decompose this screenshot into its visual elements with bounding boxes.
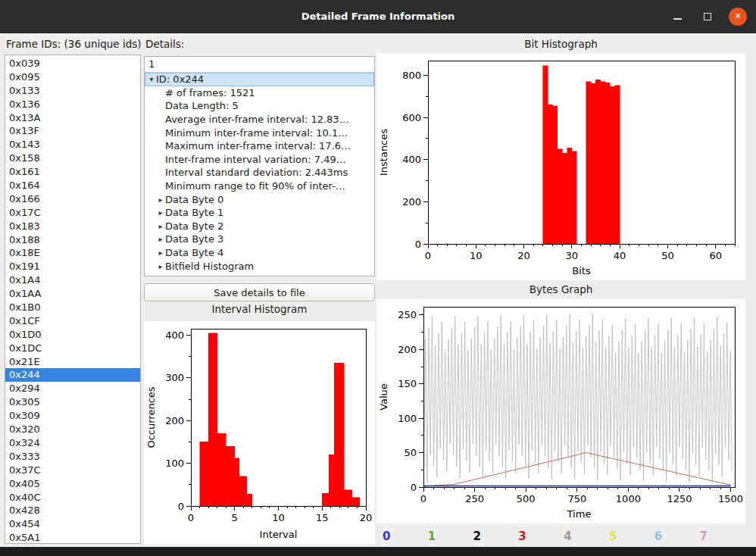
list-item[interactable]: 0x183 bbox=[5, 220, 140, 233]
list-item[interactable]: 0x13F bbox=[5, 124, 140, 138]
list-item[interactable]: 0x1D0 bbox=[5, 328, 140, 342]
tree-item-stat[interactable]: Inter-frame interval variation: 7.49… bbox=[145, 153, 374, 167]
tree-item-expandable[interactable]: ▸Data Byte 4 bbox=[145, 246, 374, 260]
collapsed-arrow-icon[interactable]: ▸ bbox=[156, 248, 165, 257]
collapsed-arrow-icon[interactable]: ▸ bbox=[156, 195, 165, 204]
list-item[interactable]: 0x320 bbox=[5, 423, 140, 436]
collapsed-arrow-icon[interactable]: ▸ bbox=[156, 208, 165, 217]
list-item[interactable]: 0x188 bbox=[5, 233, 140, 247]
tree-item-expandable[interactable]: ▸Bitfield Histogram bbox=[145, 259, 374, 273]
list-item[interactable]: 0x136 bbox=[5, 98, 140, 111]
svg-text:100: 100 bbox=[398, 413, 417, 424]
minimize-button[interactable] bbox=[668, 8, 686, 26]
expanded-arrow-icon[interactable]: ▾ bbox=[147, 75, 156, 83]
tree-item-expandable[interactable]: ▸Data Byte 1 bbox=[145, 206, 374, 220]
svg-text:0: 0 bbox=[411, 482, 417, 493]
tree-item-stat[interactable]: Minimum inter-frame interval: 10.1… bbox=[145, 126, 374, 139]
collapsed-arrow-icon[interactable]: ▸ bbox=[156, 262, 165, 270]
tree-item-stat[interactable]: # of frames: 1521 bbox=[145, 86, 374, 100]
list-item[interactable]: 0x17C bbox=[5, 206, 140, 220]
svg-text:Time: Time bbox=[567, 508, 592, 520]
tree-item-expandable[interactable]: ▸Data Byte 0 bbox=[145, 192, 374, 206]
list-item[interactable]: 0x1A4 bbox=[5, 273, 140, 287]
byte-legend-item: 4 bbox=[564, 529, 571, 543]
svg-text:1000: 1000 bbox=[616, 493, 641, 504]
list-item[interactable]: 0x428 bbox=[5, 504, 140, 517]
list-item[interactable]: 0x191 bbox=[5, 260, 140, 273]
list-item[interactable]: 0x143 bbox=[5, 138, 140, 151]
tree-item-stat[interactable]: Average inter-frame interval: 12.83… bbox=[145, 113, 374, 127]
list-item[interactable]: 0x13A bbox=[5, 111, 140, 125]
tree-item-stat[interactable]: Maximum inter-frame interval: 17.6… bbox=[145, 139, 374, 153]
svg-text:500: 500 bbox=[517, 493, 536, 504]
tree-item-expandable[interactable]: ▸Data Byte 2 bbox=[145, 220, 374, 233]
details-tree[interactable]: 1 ▾ID: 0x244# of frames: 1521Data Length… bbox=[144, 56, 375, 276]
tree-item-expandable[interactable]: ▸Data Byte 3 bbox=[145, 233, 374, 246]
titlebar[interactable]: Detailed Frame Information ✕ bbox=[0, 0, 756, 33]
maximize-button[interactable] bbox=[698, 8, 717, 26]
window-controls: ✕ bbox=[668, 0, 747, 33]
svg-text:5: 5 bbox=[232, 512, 238, 523]
byte-legend-item: 7 bbox=[699, 529, 707, 543]
byte-legend-item: 2 bbox=[473, 529, 481, 543]
svg-text:60: 60 bbox=[709, 250, 722, 261]
list-item[interactable]: 0x333 bbox=[5, 450, 140, 464]
tree-item-stat[interactable]: Data Length: 5 bbox=[145, 99, 374, 113]
bit-histograph-chart[interactable]: 01020304050600200400600800BitsInstances bbox=[376, 53, 745, 280]
list-item[interactable]: 0x1DC bbox=[5, 342, 140, 355]
byte-legend-item: 6 bbox=[654, 529, 662, 543]
list-item[interactable]: 0x5A1 bbox=[5, 531, 140, 544]
list-item[interactable]: 0x37C bbox=[5, 464, 140, 477]
interval-histogram-chart[interactable]: 051015200100200300400IntervalOccurrences bbox=[144, 321, 375, 544]
svg-text:200: 200 bbox=[398, 344, 417, 355]
list-item[interactable]: 0x161 bbox=[5, 165, 140, 179]
svg-text:10: 10 bbox=[272, 512, 285, 523]
list-item[interactable]: 0x095 bbox=[5, 70, 140, 84]
list-item[interactable]: 0x18E bbox=[5, 246, 140, 260]
list-item[interactable]: 0x21E bbox=[5, 355, 140, 369]
svg-text:0: 0 bbox=[415, 239, 421, 250]
tree-item-label: Maximum inter-frame interval: 17.6… bbox=[165, 140, 351, 151]
tree-item-stat[interactable]: Interval standard deviation: 2.443ms bbox=[145, 166, 374, 180]
list-item[interactable]: 0x133 bbox=[5, 84, 140, 98]
tree-item-stat[interactable]: Minimum range to fit 90% of inter-… bbox=[145, 180, 374, 193]
svg-text:200: 200 bbox=[402, 196, 421, 208]
list-item[interactable]: 0x309 bbox=[5, 409, 140, 423]
details-tree-header[interactable]: 1 bbox=[145, 57, 374, 73]
svg-text:400: 400 bbox=[165, 330, 184, 341]
frame-id-list[interactable]: 0x0390x0950x1330x1360x13A0x13F0x1430x158… bbox=[5, 55, 141, 544]
svg-text:250: 250 bbox=[465, 493, 484, 504]
main-content: Frame IDs: (36 unique ids) 0x0390x0950x1… bbox=[0, 33, 756, 547]
list-item[interactable]: 0x1B0 bbox=[5, 301, 140, 314]
list-item[interactable]: 0x294 bbox=[5, 382, 140, 395]
tree-item-root[interactable]: ▾ID: 0x244 bbox=[145, 73, 374, 86]
list-item[interactable]: 0x305 bbox=[5, 395, 140, 409]
close-icon: ✕ bbox=[734, 12, 741, 20]
collapsed-arrow-icon[interactable]: ▸ bbox=[156, 222, 165, 230]
minimize-icon bbox=[673, 18, 682, 20]
list-item[interactable]: 0x158 bbox=[5, 151, 140, 165]
list-item[interactable]: 0x1CF bbox=[5, 314, 140, 328]
list-item[interactable]: 0x039 bbox=[5, 57, 140, 70]
list-item[interactable]: 0x40C bbox=[5, 491, 140, 504]
list-item[interactable]: 0x244 bbox=[5, 368, 140, 382]
bytes-graph-chart[interactable]: 0250500750100012501500050100150200250Tim… bbox=[376, 299, 745, 523]
svg-text:Bits: Bits bbox=[572, 265, 591, 276]
list-item[interactable]: 0x454 bbox=[5, 517, 140, 531]
tree-item-label: Data Length: 5 bbox=[165, 100, 239, 111]
svg-text:Instances: Instances bbox=[378, 129, 389, 176]
save-details-button[interactable]: Save details to file bbox=[144, 283, 375, 301]
details-tree-body: ▾ID: 0x244# of frames: 1521Data Length: … bbox=[145, 73, 374, 273]
svg-text:300: 300 bbox=[165, 372, 184, 383]
tree-item-label: # of frames: 1521 bbox=[165, 87, 255, 98]
close-button[interactable]: ✕ bbox=[729, 8, 747, 26]
list-item[interactable]: 0x405 bbox=[5, 477, 140, 491]
list-item[interactable]: 0x324 bbox=[5, 436, 140, 450]
byte-legend-item: 1 bbox=[428, 529, 436, 543]
collapsed-arrow-icon[interactable]: ▸ bbox=[156, 235, 165, 243]
list-item[interactable]: 0x166 bbox=[5, 192, 140, 206]
svg-text:200: 200 bbox=[165, 415, 184, 426]
frame-ids-label: Frame IDs: (36 unique ids) bbox=[6, 38, 142, 50]
list-item[interactable]: 0x164 bbox=[5, 179, 140, 192]
list-item[interactable]: 0x1AA bbox=[5, 287, 140, 301]
